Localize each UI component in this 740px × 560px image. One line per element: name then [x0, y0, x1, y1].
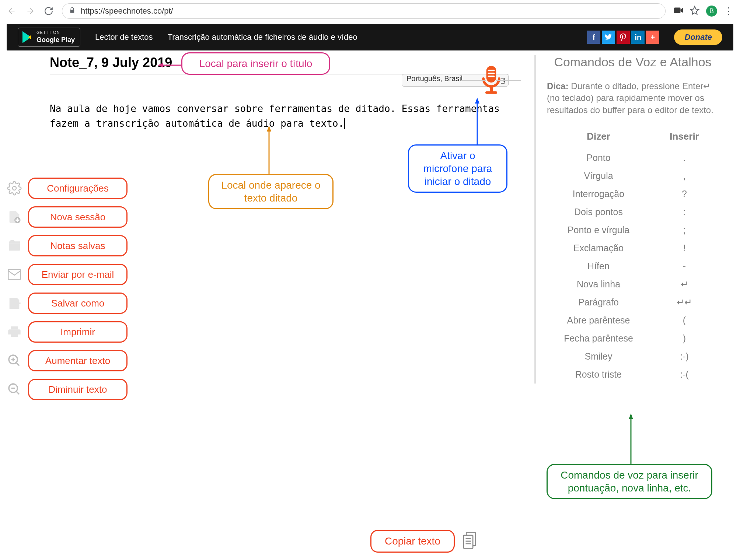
url-text: https://speechnotes.co/pt/: [81, 6, 173, 16]
microphone-icon[interactable]: [479, 64, 503, 95]
topbar-link-transcribe[interactable]: Transcrição automática de ficheiros de á…: [168, 32, 357, 42]
svg-rect-6: [486, 66, 496, 83]
svg-marker-17: [267, 126, 271, 132]
command-say: Hífen: [547, 261, 650, 272]
command-insert: ,: [650, 171, 719, 181]
forward-icon[interactable]: [25, 6, 35, 16]
pinterest-icon[interactable]: [617, 31, 630, 44]
svg-marker-15: [158, 63, 163, 67]
annotation-text: Local onde aparece o texto ditado: [208, 174, 334, 209]
command-insert: .: [650, 153, 719, 163]
command-say: Vírgula: [547, 171, 650, 181]
gplay-small-text: GET IT ON: [36, 31, 75, 35]
command-say: Parágrafo: [547, 297, 650, 308]
social-buttons: f in +: [587, 31, 659, 44]
send-email-button[interactable]: Enviar por e-mail: [28, 264, 128, 285]
command-say: Exclamação: [547, 243, 650, 253]
twitter-icon[interactable]: [602, 31, 615, 44]
command-row: Ponto e vírgula;: [547, 221, 719, 239]
new-session-icon: [7, 209, 22, 225]
command-row: Smiley:-): [547, 347, 719, 365]
reload-icon[interactable]: [43, 6, 54, 16]
lock-icon: [69, 7, 76, 15]
save-as-button[interactable]: Salvar como: [28, 293, 128, 314]
commands-title: Comandos de Voz e Atalhos: [547, 55, 719, 69]
camera-icon[interactable]: [674, 6, 683, 16]
star-icon[interactable]: [690, 6, 699, 17]
command-insert: ?: [650, 189, 719, 199]
svg-point-1: [13, 186, 16, 190]
saved-notes-button[interactable]: Notas salvas: [28, 235, 128, 256]
folder-icon: [7, 238, 22, 253]
command-say: Smiley: [547, 351, 650, 362]
site-topbar: GET IT ON Google Play Lector de textos T…: [7, 24, 733, 50]
command-insert: ↵: [650, 279, 719, 290]
zoom-out-button[interactable]: Diminuir texto: [28, 379, 128, 400]
svg-rect-0: [674, 7, 680, 13]
donate-button[interactable]: Donate: [674, 29, 722, 45]
new-session-button[interactable]: Nova sessão: [28, 206, 128, 228]
command-row: Dois pontos:: [547, 203, 719, 221]
command-insert: !: [650, 243, 719, 253]
google-play-badge[interactable]: GET IT ON Google Play: [18, 28, 80, 47]
svg-rect-10: [490, 87, 493, 91]
annotation-mic: Ativar o microfone para iniciar o ditado: [408, 144, 507, 193]
gplay-big-text: Google Play: [36, 36, 75, 43]
command-insert: (: [650, 315, 719, 326]
command-say: Ponto e vírgula: [547, 225, 650, 235]
command-row: Interrogação?: [547, 185, 719, 203]
menu-icon[interactable]: ⋮: [724, 6, 733, 16]
command-row: Vírgula,: [547, 167, 719, 185]
command-row: Hífen-: [547, 257, 719, 275]
profile-avatar[interactable]: B: [706, 6, 717, 17]
command-row: Ponto.: [547, 149, 719, 167]
zoom-in-icon: [7, 353, 22, 368]
linkedin-icon[interactable]: in: [631, 31, 645, 44]
print-icon: [7, 324, 22, 340]
settings-button[interactable]: Configurações: [28, 178, 128, 199]
svg-rect-9: [488, 76, 495, 77]
gear-icon: [7, 181, 22, 196]
command-say: Ponto: [547, 153, 650, 163]
address-bar[interactable]: https://speechnotes.co/pt/: [62, 3, 666, 19]
note-title[interactable]: Note_7, 9 July 2019: [50, 55, 172, 70]
command-row: Nova linha↵: [547, 275, 719, 293]
command-insert: ↵↵: [650, 297, 719, 308]
command-row: Rosto triste:-(: [547, 365, 719, 384]
copy-text-button[interactable]: Copiar texto: [370, 530, 455, 553]
browser-toolbar: https://speechnotes.co/pt/ B ⋮: [0, 0, 740, 22]
annotation-commands: Comandos de voz para inserir pontuação, …: [547, 464, 712, 499]
command-insert: ;: [650, 225, 719, 235]
command-say: Interrogação: [547, 189, 650, 199]
command-row: Exclamação!: [547, 239, 719, 257]
dictation-textarea[interactable]: Na aula de hoje vamos conversar sobre fe…: [50, 101, 509, 131]
command-say: Dois pontos: [547, 207, 650, 217]
svg-rect-7: [488, 70, 495, 71]
back-icon[interactable]: [7, 6, 17, 16]
command-say: Rosto triste: [547, 369, 650, 380]
command-row: Parágrafo↵↵: [547, 293, 719, 311]
svg-rect-3: [8, 270, 20, 280]
svg-rect-11: [485, 91, 497, 94]
commands-header: Dizer Inserir: [547, 131, 719, 142]
svg-marker-19: [475, 98, 479, 104]
svg-rect-8: [488, 73, 495, 74]
print-button[interactable]: Imprimir: [28, 321, 128, 343]
clipboard-icon[interactable]: [462, 531, 478, 551]
zoom-in-button[interactable]: Aumentar texto: [28, 350, 128, 371]
command-say: Abre parêntese: [547, 315, 650, 326]
annotation-title: Local para inserir o título: [181, 52, 330, 75]
topbar-link-reader[interactable]: Lector de textos: [95, 32, 153, 42]
facebook-icon[interactable]: f: [587, 31, 600, 44]
share-more-icon[interactable]: +: [646, 31, 659, 44]
command-insert: :-): [650, 351, 719, 362]
left-toolbar: Configurações Nova sessão Notas salvas E…: [7, 178, 128, 400]
command-row: Abre parêntese(: [547, 311, 719, 329]
command-insert: -: [650, 261, 719, 272]
command-say: Nova linha: [547, 279, 650, 290]
command-row: Fecha parêntese): [547, 329, 719, 347]
command-insert: :: [650, 207, 719, 217]
svg-marker-21: [629, 413, 633, 419]
command-say: Fecha parêntese: [547, 333, 650, 344]
command-insert: ): [650, 333, 719, 344]
